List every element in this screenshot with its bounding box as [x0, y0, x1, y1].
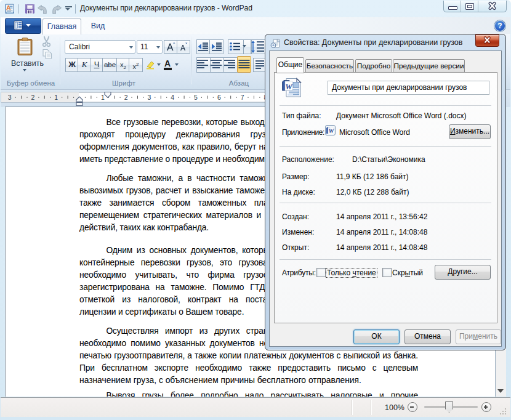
svg-text:1: 1 — [54, 94, 58, 101]
svg-text:2: 2 — [124, 94, 128, 101]
svg-text:3: 3 — [147, 94, 151, 101]
svg-text:5: 5 — [194, 94, 198, 101]
svg-text:W: W — [285, 82, 293, 91]
svg-text:7: 7 — [241, 94, 244, 101]
svg-text:2: 2 — [31, 94, 34, 101]
svg-text:3: 3 — [8, 94, 12, 101]
svg-text:4: 4 — [171, 94, 174, 101]
svg-text:W: W — [329, 127, 335, 134]
svg-text:6: 6 — [217, 94, 221, 101]
svg-text:1: 1 — [101, 94, 105, 101]
